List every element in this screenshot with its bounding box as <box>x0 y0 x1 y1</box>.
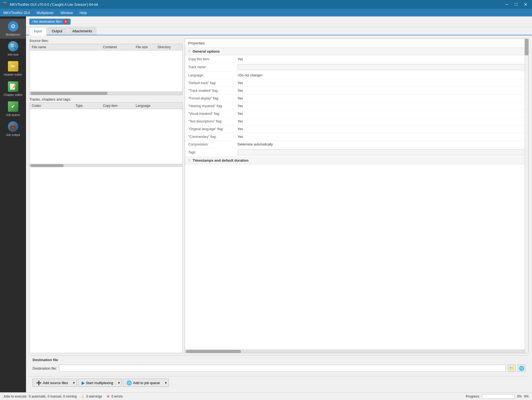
menu-mkvtoolnix[interactable]: MKVToolNix GUI <box>0 9 33 16</box>
track-name-input[interactable] <box>238 64 525 70</box>
properties-scrollbar[interactable] <box>525 39 528 353</box>
prop-compression: Compression: Determine automatically <box>185 141 528 148</box>
input-tabs: Input Output Attachments <box>26 27 532 35</box>
source-hscroll-thumb[interactable] <box>31 92 107 95</box>
tags-input[interactable] <box>238 149 525 155</box>
properties-scroll[interactable]: ▽ General options Copy this item: Yes Tr… <box>185 48 528 350</box>
dest-tab-close[interactable]: ✕ <box>63 19 68 24</box>
close-button[interactable]: ✕ <box>521 0 530 9</box>
tab-input[interactable]: Input <box>29 27 47 35</box>
tracks-header: Codec Type Copy item Language <box>30 103 182 109</box>
start-mux-icon: ▶ <box>82 380 85 385</box>
prop-hearing-impaired: "Hearing impaired" flag: Yes <box>185 102 528 110</box>
col-copyitem: Copy item <box>103 104 136 108</box>
prop-copy-item: Copy this item: Yes <box>185 55 528 63</box>
maximize-button[interactable]: □ <box>512 0 521 9</box>
tab-output[interactable]: Output <box>47 27 67 35</box>
prop-default-track: "Default track" flag: Yes <box>185 79 528 87</box>
left-panel: Source files: File name Container File s… <box>29 39 183 353</box>
prop-label-track-enabled: "Track enabled" flag: <box>188 89 238 93</box>
sidebar-item-chapter-editor[interactable]: 📝 Chapter editor <box>0 79 26 99</box>
prop-track-enabled: "Track enabled" flag: Yes <box>185 87 528 95</box>
prop-visual-impaired: "Visual impaired" flag: Yes <box>185 110 528 118</box>
prop-value-forced-display: Yes <box>238 96 525 100</box>
header-editor-icon: ✏ <box>8 61 19 72</box>
sidebar-item-header-editor[interactable]: ✏ Header editor <box>0 59 26 79</box>
add-source-dropdown[interactable]: ▼ <box>71 379 77 387</box>
timestamps-section-title: Timestamps and default duration <box>193 158 248 162</box>
sidebar-label-header-editor: Header editor <box>4 73 22 76</box>
tracks-hscroll[interactable] <box>30 164 182 167</box>
prop-value-default-track: Yes <box>238 81 525 85</box>
prop-label-tags: Tags: <box>188 150 238 154</box>
main-panels: Source files: File name Container File s… <box>29 39 529 353</box>
prop-label-original-language: "Original language" flag: <box>188 127 238 131</box>
sidebar-item-job-queue[interactable]: ✔ Job queue <box>0 99 26 119</box>
properties-hscroll[interactable] <box>185 350 525 353</box>
sidebar-label-multiplexer: Multiplexer <box>6 33 20 36</box>
sidebar-item-job-output[interactable]: 💼 Job output <box>0 119 26 139</box>
menu-window[interactable]: Window <box>57 9 76 16</box>
window-title: MKVToolNix GUI v70.0.0 ('Caught A Lite S… <box>10 2 502 7</box>
col-type: Type <box>76 104 103 108</box>
warning-icon: ⚠ <box>81 394 85 399</box>
tracks-table: Codec Type Copy item Language <box>29 102 183 353</box>
prop-value-commentary: Yes <box>238 135 525 139</box>
job-output-icon: 💼 <box>8 121 19 132</box>
properties-scrollbar-thumb[interactable] <box>525 39 528 55</box>
progress-value: 0% <box>517 395 522 398</box>
add-source-button[interactable]: ➕ Add source files <box>33 379 71 387</box>
sidebar-item-info-tool[interactable]: 🔍 Info tool <box>0 39 26 59</box>
menu-multiplexer[interactable]: Multiplexer <box>33 9 57 16</box>
add-queue-button[interactable]: 🌐 Add to job queue <box>123 379 163 387</box>
dest-browse-button[interactable]: 📁 <box>508 365 516 372</box>
tracks-hscroll-thumb[interactable] <box>31 164 63 167</box>
prop-label-default-track: "Default track" flag: <box>188 81 238 85</box>
menu-help[interactable]: Help <box>76 9 90 16</box>
titlebar: 🎬 MKVToolNix GUI v70.0.0 ('Caught A Lite… <box>0 0 532 9</box>
dest-file-input[interactable] <box>59 365 506 372</box>
prop-track-name: Track name: <box>185 63 528 72</box>
destination-tab[interactable]: <No destination file> ✕ <box>29 19 71 25</box>
prop-label-track-name: Track name: <box>188 65 238 69</box>
general-options-header: ▽ General options <box>185 48 528 55</box>
add-queue-dropdown[interactable]: ▼ <box>163 379 169 387</box>
jobs-label: Jobs to execute: <box>3 395 27 398</box>
tracks-section: Tracks, chapters and tags: Codec Type Co… <box>29 97 183 353</box>
multiplexer-icon: ⚙ <box>8 21 19 32</box>
add-queue-group: 🌐 Add to job queue ▼ <box>123 379 169 387</box>
sidebar-label-info-tool: Info tool <box>8 53 18 56</box>
dest-globe-button[interactable]: 🌐 <box>518 365 525 372</box>
sidebar-label-job-output: Job output <box>6 133 20 137</box>
properties-hscroll-thumb[interactable] <box>186 350 241 353</box>
tab-attachments[interactable]: Attachments <box>68 27 97 35</box>
col-filename: File name <box>32 45 103 49</box>
start-mux-dropdown[interactable]: ▼ <box>116 379 122 387</box>
warnings-status: ⚠ 0 warnings <box>81 394 102 399</box>
minimize-button[interactable]: ─ <box>502 0 511 9</box>
prop-value-original-language: Yes <box>238 127 525 131</box>
prop-label-hearing-impaired: "Hearing impaired" flag: <box>188 104 238 108</box>
add-source-label: Add source files <box>43 381 68 385</box>
sidebar: ⚙ Multiplexer 🔍 Info tool ✏ Header edito… <box>0 16 26 392</box>
dest-file-row: Destination file: 📁 🌐 <box>33 365 525 372</box>
properties-panel: Properties: ▽ General options Copy this … <box>185 39 529 353</box>
prop-value-copy-item: Yes <box>238 57 525 61</box>
timestamps-section-header: ▽ Timestamps and default duration <box>185 157 528 164</box>
source-files-header: File name Container File size Directory <box>30 44 182 50</box>
prop-text-descriptions: "Text descriptions" flag: Yes <box>185 118 528 125</box>
sidebar-item-multiplexer[interactable]: ⚙ Multiplexer <box>0 19 26 39</box>
start-mux-button[interactable]: ▶ Start multiplexing <box>78 379 117 387</box>
add-source-icon: ➕ <box>36 380 42 385</box>
info-tool-icon: 🔍 <box>8 41 19 52</box>
prop-value-language: <Do not change> <box>238 73 525 77</box>
prop-language: Language: <Do not change> <box>185 72 528 79</box>
sidebar-label-job-queue: Job queue <box>6 113 20 117</box>
add-queue-label: Add to job queue <box>133 381 160 385</box>
prop-value-track-enabled: Yes <box>238 89 525 93</box>
col-directory: Directory <box>158 45 180 49</box>
source-files-hscroll[interactable] <box>30 92 182 95</box>
dest-tab-label: <No destination file> <box>32 20 62 24</box>
tracks-body <box>30 109 182 164</box>
tab-content: Source files: File name Container File s… <box>26 35 532 392</box>
